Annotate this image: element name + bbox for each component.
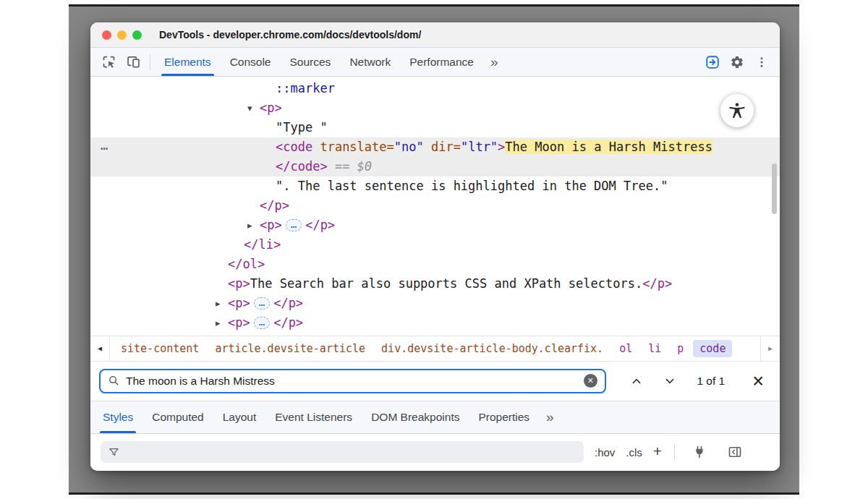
element-classes-button[interactable]: .cls [626,446,642,459]
tab-styles[interactable]: Styles [93,401,142,433]
tab-performance[interactable]: Performance [400,48,483,76]
more-panels-button[interactable]: » [483,48,506,76]
tab-event-listeners[interactable]: Event Listeners [265,401,362,433]
sidebar-tabs: StylesComputedLayoutEvent ListenersDOM B… [93,401,539,433]
breadcrumb-scroll-left-icon[interactable]: ◀ [90,336,110,361]
dom-tree: ::marker▾<p>"Type "…<code translate="no"… [90,79,780,333]
minimize-window-button[interactable] [117,30,127,40]
dom-segment-text: ". The last sentence is highlighted in t… [276,179,668,193]
tab-computed[interactable]: Computed [142,401,213,433]
breadcrumb-item[interactable]: code [693,340,732,357]
expand-arrow-icon[interactable]: ▸ [216,313,221,333]
expand-arrow-icon[interactable]: ▸ [216,294,221,313]
search-box: × [99,369,606,393]
breadcrumb-item[interactable]: ol [613,340,639,357]
dom-segment-pseudo: ::marker [276,81,335,95]
dom-tree-row[interactable]: ::marker [90,79,780,98]
breadcrumb-bar: ◀ site-contentarticle.devsite-articlediv… [90,336,780,362]
close-search-icon[interactable]: × [745,372,771,391]
dom-tree-row[interactable]: ▸<p>…</p> [90,313,780,333]
expand-arrow-icon[interactable]: ▸ [247,216,252,235]
dom-segment-tag: </p> [305,218,335,232]
zoom-window-button[interactable] [132,30,142,40]
dom-segment-tag: </li> [244,237,281,252]
dom-tree-row[interactable]: </code> == $0 [90,157,780,176]
accessibility-person-icon [728,101,746,120]
tab-layout[interactable]: Layout [213,401,266,433]
styles-filter-bar: :hov .cls + [90,434,780,472]
breadcrumb: site-contentarticle.devsite-articlediv.d… [110,336,736,361]
breadcrumb-item[interactable]: site-content [114,340,205,357]
dom-segment-tag: </p> [260,198,289,213]
more-sidebar-tabs-button[interactable]: » [539,401,561,433]
dom-segment-tag: <code [276,140,312,154]
toggle-element-state-button[interactable]: :hov [595,446,615,459]
search-results-count: 1 of 1 [697,375,725,388]
search-icon [108,375,120,387]
dom-tree-row[interactable]: <p>The Search bar also supports CSS and … [90,274,780,294]
breadcrumb-item[interactable]: li [642,340,668,357]
dom-segment-attr: translate= [312,140,394,154]
toolbar-spacer [506,48,700,76]
dom-segment-attr: dir= [424,140,461,154]
tab-elements[interactable]: Elements [155,48,221,76]
previous-match-icon[interactable] [628,372,645,390]
accessibility-overlay-button[interactable] [720,94,754,127]
search-input[interactable] [126,375,584,388]
breadcrumb-item[interactable]: p [671,340,690,357]
tab-sources[interactable]: Sources [281,48,341,76]
tab-dom-breakpoints[interactable]: DOM Breakpoints [362,401,469,433]
dom-tree-row[interactable]: "Type " [90,118,780,137]
devtools-window: DevTools - developer.chrome.com/docs/dev… [90,22,780,471]
dom-segment-tag: </code> [276,159,328,174]
dom-segment-anno: == $0 [328,159,372,174]
breadcrumb-item[interactable]: article.devsite-article [208,340,372,357]
toolbar-tabs: ElementsConsoleSourcesNetworkPerformance [155,48,483,76]
toolbar-divider [150,54,150,70]
kebab-menu-icon[interactable] [749,48,774,76]
settings-gear-icon[interactable] [725,48,749,76]
dom-segment-ellipsis[interactable]: … [254,297,270,310]
tab-console[interactable]: Console [221,48,281,76]
row-overflow-icon[interactable]: … [101,136,109,155]
window-title: DevTools - developer.chrome.com/docs/dev… [159,29,421,40]
search-bar: × 1 of 1 × [90,362,780,401]
dom-segment-text: The Search bar also supports CSS and XPa… [250,276,642,291]
desktop-background: DevTools - developer.chrome.com/docs/dev… [69,4,799,495]
new-style-rule-button[interactable]: + [653,443,662,460]
dom-tree-row[interactable]: ▸<p>…</p> [90,294,780,313]
dom-tree-row[interactable]: </li> [90,235,780,255]
dom-tree-row[interactable]: ▸<p>…</p> [90,216,780,235]
vertical-scrollbar[interactable] [772,163,777,214]
device-toolbar-icon[interactable] [121,48,145,76]
collapse-arrow-icon[interactable]: ▾ [247,98,252,118]
dom-segment-tag: <p> [228,276,250,291]
dom-segment-ellipsis[interactable]: … [286,219,302,231]
dom-tree-row[interactable]: …<code translate="no" dir="ltr">The Moon… [90,137,780,157]
toggle-sidebar-icon[interactable] [723,445,747,459]
tab-network[interactable]: Network [340,48,400,76]
dom-tree-row[interactable]: </ol> [90,255,780,274]
tab-properties[interactable]: Properties [469,401,539,433]
close-window-button[interactable] [102,30,111,40]
dom-segment-text: "Type " [276,120,328,135]
dom-segment-tag: <p> [228,296,250,310]
inspect-element-icon[interactable] [96,48,121,76]
titlebar[interactable]: DevTools - developer.chrome.com/docs/dev… [90,22,780,48]
styles-filter-input[interactable] [126,446,576,458]
dom-tree-row[interactable]: </p> [90,196,780,216]
dom-segment-tag: <p> [260,218,282,232]
screencast-icon[interactable] [700,48,725,76]
dom-tree-row[interactable]: ▾<p> [90,98,780,118]
breadcrumb-scroll-right-icon[interactable]: ▶ [760,336,780,361]
dom-tree-row[interactable]: ". The last sentence is highlighted in t… [90,176,780,196]
plug-icon[interactable] [687,445,712,459]
clear-search-icon[interactable]: × [584,374,597,388]
breadcrumb-item[interactable]: div.devsite-article-body.clearfix. [375,340,610,357]
next-match-icon[interactable] [661,372,678,390]
filter-funnel-icon [108,446,120,459]
dom-segment-tag: > [498,140,505,154]
dom-segment-ellipsis[interactable]: … [254,317,270,329]
main-toolbar: ElementsConsoleSourcesNetworkPerformance… [90,48,780,77]
dom-segment-tag: </p> [273,315,303,330]
